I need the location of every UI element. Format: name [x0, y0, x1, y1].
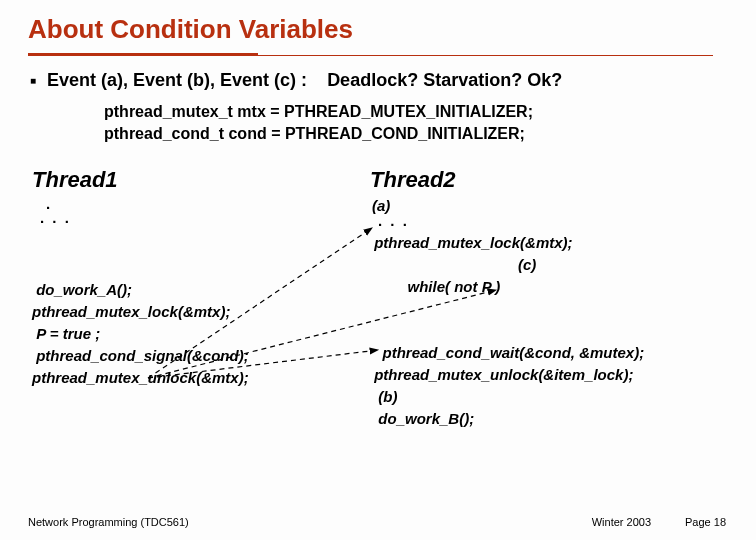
thread1-col: Thread1 . . . . do_work_A(); pthread_mut… [32, 167, 370, 430]
title-rule-thin [258, 55, 713, 56]
slide: About Condition Variables ■ Event (a), E… [0, 0, 756, 540]
thread1-dot: . [32, 197, 370, 211]
thread2-l1: pthread_mutex_lock(&mtx); [370, 232, 730, 254]
columns: Thread1 . . . . do_work_A(); pthread_mut… [0, 145, 756, 430]
thread2-dots: . . . [370, 214, 730, 228]
bullet-right: Deadlock? Starvation? Ok? [327, 70, 562, 90]
bullet-row: ■ Event (a), Event (b), Event (c) : Dead… [0, 56, 756, 91]
thread1-dots: . . . [32, 211, 370, 225]
thread2-l5: do_work_B(); [370, 408, 730, 430]
thread1-l2: pthread_mutex_lock(&mtx); [32, 301, 370, 323]
thread2-l2: while( not P ) (c) [370, 254, 730, 342]
bullet-icon: ■ [30, 75, 36, 86]
title-rule-thick [28, 53, 258, 56]
init-line-1: pthread_mutex_t mtx = PTHREAD_MUTEX_INIT… [104, 101, 756, 123]
thread2-l3: pthread_cond_wait(&cond, &mutex); [370, 342, 730, 364]
footer: Network Programming (TDC561) Winter 2003… [0, 516, 756, 528]
thread1-l5: pthread_mutex_unlock(&mtx); [32, 367, 370, 389]
thread2-title: Thread2 [370, 167, 730, 193]
footer-left: Network Programming (TDC561) [28, 516, 189, 528]
label-b: (b) [370, 386, 730, 408]
footer-right: Page 18 [685, 516, 726, 528]
label-c: (c) [518, 254, 536, 276]
label-a: (a) [370, 197, 730, 214]
init-line-2: pthread_cond_t cond = PTHREAD_COND_INITI… [104, 123, 756, 145]
footer-center: Winter 2003 [592, 516, 651, 528]
init-block: pthread_mutex_t mtx = PTHREAD_MUTEX_INIT… [0, 91, 756, 145]
thread2-col: Thread2 (a) . . . pthread_mutex_lock(&mt… [370, 167, 730, 430]
thread1-l4: pthread_cond_signal(&cond); [32, 345, 370, 367]
thread1-l1: do_work_A(); [32, 279, 370, 301]
thread1-title: Thread1 [32, 167, 370, 193]
bullet-left: Event (a), Event (b), Event (c) : [47, 70, 307, 90]
thread2-l4: pthread_mutex_unlock(&item_lock); [370, 364, 730, 386]
thread1-l3: P = true ; [32, 323, 370, 345]
slide-title: About Condition Variables [0, 14, 756, 45]
